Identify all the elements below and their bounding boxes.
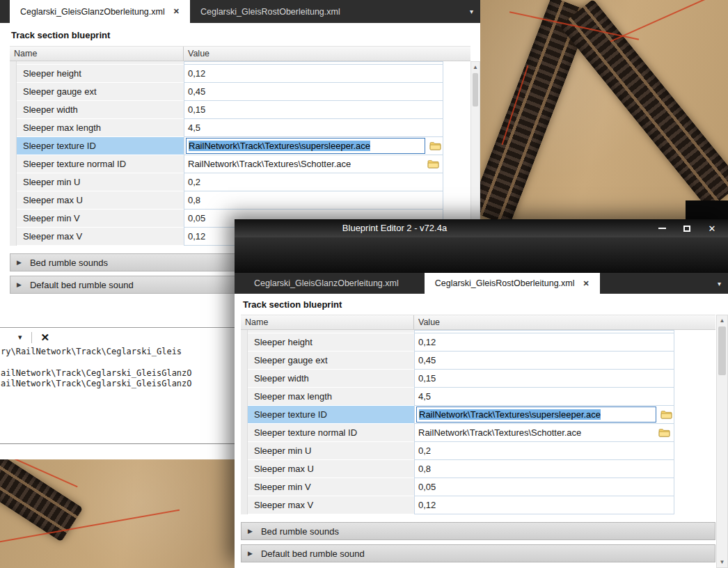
- property-name[interactable]: Sleeper min V: [248, 478, 414, 496]
- property-value[interactable]: RailNetwork\Track\Textures\Schotter.ace: [184, 155, 443, 173]
- property-name[interactable]: Sleeper texture normal ID: [248, 424, 414, 442]
- property-value[interactable]: 0,2: [184, 173, 443, 191]
- row-gutter: [10, 155, 17, 173]
- scroll-down-icon[interactable]: ▼: [717, 557, 727, 567]
- clear-icon[interactable]: ✕: [41, 331, 50, 344]
- fg-grid-scrollbar[interactable]: ▲ ▼: [716, 315, 728, 568]
- property-name[interactable]: Sleeper min V: [17, 210, 184, 228]
- property-value[interactable]: 0,8: [184, 191, 443, 210]
- scroll-up-icon[interactable]: ▲: [471, 62, 480, 72]
- property-row: Sleeper gauge ext0,45: [241, 352, 715, 370]
- column-header-name[interactable]: Name: [241, 315, 414, 329]
- property-name[interactable]: Sleeper max U: [17, 191, 184, 210]
- property-row: Sleeper min V0,05: [241, 478, 715, 496]
- tab-ceglarski-gleisglanz[interactable]: Ceglarski_GleisGlanzOberleitung.xml: [244, 273, 409, 294]
- property-name[interactable]: Sleeper width: [248, 370, 414, 388]
- browse-folder-icon[interactable]: [658, 428, 670, 437]
- value-text: 0,15: [188, 104, 205, 115]
- property-value[interactable]: 0,15: [414, 370, 674, 388]
- property-name[interactable]: Sleeper width: [17, 101, 184, 119]
- property-value[interactable]: 0,8: [414, 460, 674, 478]
- property-value[interactable]: 0,2: [414, 442, 674, 460]
- property-row: Sleeper max U0,8: [10, 191, 470, 210]
- property-name[interactable]: Sleeper max V: [17, 228, 184, 246]
- property-value[interactable]: 0,45: [184, 83, 443, 101]
- property-value[interactable]: 0,15: [184, 101, 443, 119]
- dropdown-caret-icon[interactable]: ▾: [18, 333, 22, 342]
- property-value[interactable]: 0,45: [414, 352, 674, 370]
- property-value[interactable]: 4,5: [184, 119, 443, 137]
- property-name[interactable]: Sleeper max length: [17, 119, 184, 137]
- tab-ceglarski-gleisglanz[interactable]: Ceglarski_GleisGlanzOberleitung.xml ✕: [10, 0, 190, 23]
- column-header-value[interactable]: Value: [414, 315, 715, 329]
- tab-overflow-caret-icon[interactable]: ▾: [470, 8, 473, 15]
- column-header-value[interactable]: Value: [184, 47, 470, 61]
- track-segment: [560, 0, 728, 210]
- property-row: Sleeper min U0,2: [10, 173, 470, 191]
- tab-ceglarski-gleisrost[interactable]: Ceglarski_GleisRostOberleitung.xml ✕: [425, 273, 600, 294]
- browse-folder-icon[interactable]: [660, 410, 672, 419]
- row-gutter: [10, 119, 17, 137]
- minimize-button[interactable]: [654, 221, 670, 235]
- row-gutter: [10, 228, 17, 246]
- collapsed-arrow-icon: ▶: [17, 281, 22, 288]
- property-name[interactable]: Sleeper height: [248, 333, 414, 352]
- property-name[interactable]: Sleeper gauge ext: [17, 83, 184, 101]
- property-name[interactable]: Sleeper max U: [248, 460, 414, 478]
- collapsed-arrow-icon: ▶: [17, 259, 22, 266]
- property-name[interactable]: Sleeper height: [17, 65, 184, 83]
- scroll-track[interactable]: [717, 376, 727, 557]
- title-bar[interactable]: Blueprint Editor 2 - v72.4a ✕: [235, 219, 728, 237]
- value-text: 0,05: [418, 482, 436, 492]
- grid-header: Name Value: [10, 46, 470, 61]
- close-button[interactable]: ✕: [704, 221, 720, 235]
- group-label: Default bed rumble sound: [30, 280, 134, 290]
- property-name[interactable]: Sleeper min U: [248, 442, 414, 460]
- window-controls: ✕: [654, 219, 720, 237]
- tab-close-icon[interactable]: ✕: [583, 279, 589, 288]
- property-name[interactable]: Sleeper texture ID: [17, 137, 184, 155]
- property-name[interactable]: Sleeper texture normal ID: [17, 155, 184, 173]
- property-name[interactable]: Sleeper gauge ext: [248, 352, 414, 370]
- property-row: Sleeper texture IDRailNetwork\Track\Text…: [241, 406, 715, 424]
- property-name[interactable]: Sleeper texture ID: [248, 406, 414, 424]
- property-row: Sleeper gauge ext0,45: [10, 83, 470, 101]
- value-edit-box[interactable]: RailNetwork\Track\Textures\supersleeper.…: [186, 138, 425, 154]
- scroll-thumb[interactable]: [473, 73, 478, 106]
- property-value[interactable]: RailNetwork\Track\Textures\Schotter.ace: [414, 424, 674, 442]
- property-value[interactable]: 0,05: [414, 478, 674, 496]
- property-name[interactable]: Sleeper max V: [248, 496, 414, 514]
- row-gutter: [241, 496, 248, 514]
- maximize-button[interactable]: [679, 221, 695, 235]
- horizontal-divider: [0, 443, 235, 444]
- property-name[interactable]: Sleeper max length: [248, 388, 414, 406]
- property-row: Sleeper texture IDRailNetwork\Track\Text…: [10, 137, 470, 155]
- track-3d-preview-top-right: [480, 0, 728, 219]
- property-value[interactable]: 0,12: [414, 496, 674, 514]
- scroll-up-icon[interactable]: ▲: [717, 315, 727, 326]
- group-row[interactable]: ▶Bed rumble sounds: [241, 522, 715, 540]
- tab-ceglarski-gleisrost[interactable]: Ceglarski_GleisRostOberleitung.xml: [190, 0, 351, 23]
- property-value[interactable]: RailNetwork\Track\Textures\supersleeper.…: [184, 137, 443, 155]
- value-text: 0,12: [418, 337, 436, 347]
- minimize-icon: [658, 228, 666, 229]
- tab-close-icon[interactable]: ✕: [173, 7, 180, 16]
- scroll-thumb[interactable]: [718, 326, 726, 375]
- group-row[interactable]: ▶Default bed rumble sound: [241, 544, 715, 562]
- property-name[interactable]: Sleeper min U: [17, 173, 184, 191]
- toolbar-divider: [31, 332, 32, 343]
- column-header-name[interactable]: Name: [10, 47, 184, 61]
- value-edit-box[interactable]: RailNetwork\Track\Textures\supersleeper.…: [416, 407, 656, 423]
- property-value[interactable]: 0,12: [414, 333, 674, 352]
- bg-grid-scrollbar[interactable]: ▲: [470, 61, 480, 245]
- tab-overflow-caret-icon[interactable]: ▾: [718, 280, 721, 287]
- row-gutter: [241, 388, 248, 406]
- property-value[interactable]: 4,5: [414, 388, 674, 406]
- browse-folder-icon[interactable]: [427, 159, 439, 168]
- property-value[interactable]: RailNetwork\Track\Textures\supersleeper.…: [414, 406, 674, 424]
- property-value[interactable]: 0,12: [184, 65, 443, 83]
- value-text: 4,5: [418, 391, 431, 402]
- browse-folder-icon[interactable]: [429, 141, 441, 150]
- grid-header: Name Value: [241, 315, 715, 330]
- row-gutter: [10, 210, 17, 228]
